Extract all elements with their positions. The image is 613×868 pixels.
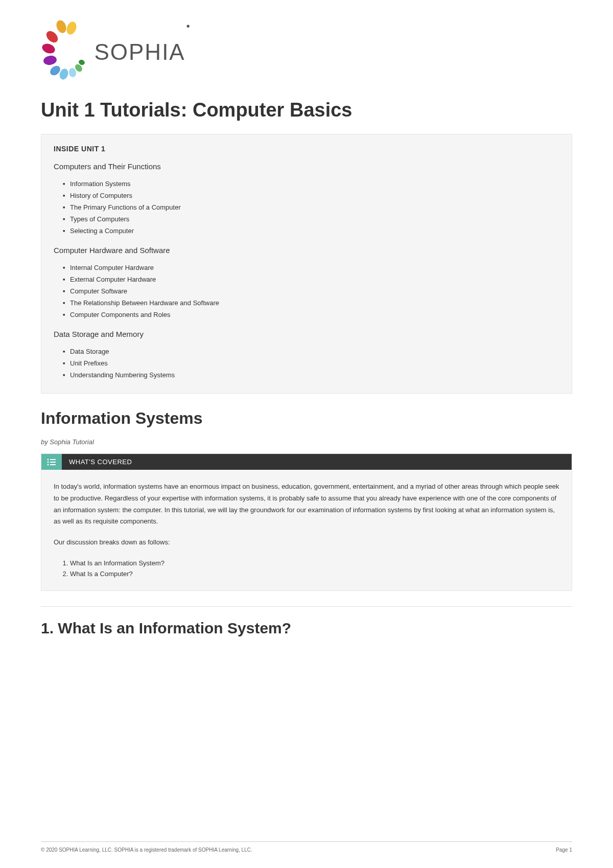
toc-section-title: Data Storage and Memory [54,330,559,338]
logo-text: SOPHIA [94,39,185,65]
breakdown-item: What Is an Information System? [70,558,559,568]
toc-section-title: Computers and Their Functions [54,162,559,171]
svg-point-10 [48,459,49,460]
list-icon [41,454,62,470]
page-footer: © 2020 SOPHIA Learning, LLC. SOPHIA is a… [41,841,572,853]
toc-section-title: Computer Hardware and Software [54,246,559,255]
article-heading: Information Systems [41,409,572,428]
toc-list: Internal Computer Hardware External Comp… [63,262,559,321]
section-1-heading: 1. What Is an Information System? [41,620,572,637]
breakdown-list: What Is an Information System? What Is a… [70,558,559,579]
toc-item: Computer Software [63,285,559,297]
toc-item: History of Computers [63,190,559,201]
toc-item: The Primary Functions of a Computer [63,201,559,213]
toc-item: Data Storage [63,346,559,357]
logo: SOPHIA• [41,20,572,84]
toc-list: Data Storage Unit Prefixes Understanding… [63,346,559,381]
section-divider [41,606,572,607]
toc-item: Computer Components and Roles [63,309,559,321]
toc-item: Information Systems [63,178,559,190]
svg-point-4 [43,55,58,66]
toc-list: Information Systems History of Computers… [63,178,559,237]
whats-covered-box: WHAT'S COVERED In today's world, informa… [41,453,572,591]
whats-covered-label: WHAT'S COVERED [62,454,572,470]
page-number: Page 1 [556,847,572,853]
whats-covered-header: WHAT'S COVERED [41,454,572,470]
svg-rect-13 [50,462,56,463]
toc-item: The Relationship Between Hardware and So… [63,297,559,309]
svg-point-2 [44,29,60,44]
toc-item: Unit Prefixes [63,357,559,369]
inside-heading: INSIDE UNIT 1 [54,145,559,153]
trademark-dot: • [186,20,190,32]
intro-paragraph: In today's world, information systems ha… [54,481,559,528]
svg-point-1 [65,20,78,36]
svg-rect-15 [50,464,56,465]
svg-point-3 [41,42,56,55]
inside-unit-box: INSIDE UNIT 1 Computers and Their Functi… [41,134,572,394]
breakdown-label: Our discussion breaks down as follows: [54,537,559,549]
toc-item: External Computer Hardware [63,273,559,285]
toc-item: Types of Computers [63,213,559,225]
svg-point-14 [48,464,49,465]
svg-point-0 [55,20,68,34]
byline: by Sophia Tutorial [41,438,572,446]
toc-item: Understanding Numbering Systems [63,369,559,381]
sophia-leaf-icon [41,20,89,84]
svg-rect-11 [50,459,56,460]
svg-point-12 [48,461,49,463]
breakdown-item: What Is a Computer? [70,568,559,579]
whats-covered-body: In today's world, information systems ha… [41,470,572,590]
page-title: Unit 1 Tutorials: Computer Basics [41,99,572,121]
svg-point-7 [68,67,77,78]
copyright-text: © 2020 SOPHIA Learning, LLC. SOPHIA is a… [41,847,252,853]
toc-item: Selecting a Computer [63,225,559,237]
toc-item: Internal Computer Hardware [63,262,559,273]
